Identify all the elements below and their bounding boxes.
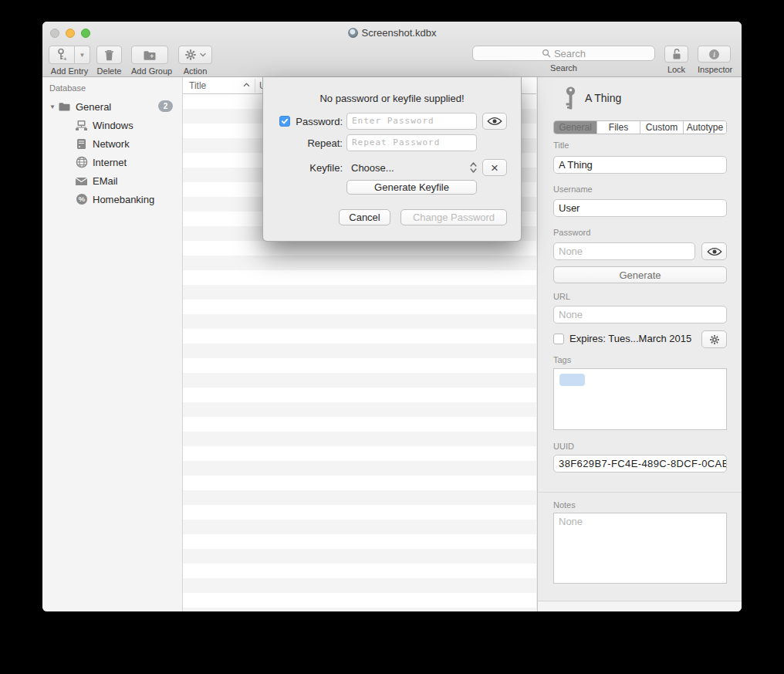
sheet-message: No password or keyfile supplied!: [263, 93, 521, 104]
notes-field[interactable]: None: [553, 513, 727, 584]
table-row[interactable]: [183, 608, 536, 611]
password-checkbox[interactable]: [279, 116, 290, 127]
title-field[interactable]: A Thing: [553, 156, 727, 174]
keyfile-value: Choose...: [351, 162, 394, 174]
search-input[interactable]: Search: [472, 46, 655, 61]
search-label: Search: [472, 63, 655, 73]
disclosure-triangle-icon[interactable]: ▼: [47, 103, 58, 110]
inspector-label: Inspector: [698, 65, 732, 74]
table-row[interactable]: [183, 549, 536, 564]
reveal-password-button[interactable]: [482, 113, 507, 130]
toolbar-item-search: Search Search: [472, 46, 655, 73]
tab-custom[interactable]: Custom: [640, 121, 684, 134]
sidebar-rows: ▼General2WindowsNetworkInternetEMail%Hom…: [42, 97, 182, 208]
table-row[interactable]: [183, 329, 536, 344]
url-field[interactable]: None: [553, 306, 727, 323]
table-row[interactable]: [183, 358, 536, 373]
title-field-label: Title: [553, 141, 569, 150]
internet-icon: [75, 156, 88, 169]
sidebar-item-internet[interactable]: Internet: [42, 153, 182, 171]
table-row[interactable]: [183, 256, 536, 270]
inspector-panel: A Thing GeneralFilesCustomAutotype Title…: [537, 77, 742, 611]
action-label: Action: [178, 66, 212, 76]
table-row[interactable]: [183, 388, 536, 402]
sidebar-item-network[interactable]: Network: [42, 134, 182, 153]
generate-keyfile-button[interactable]: Generate Keyfile: [346, 180, 477, 195]
svg-text:+: +: [63, 56, 66, 62]
sidebar-item-windows[interactable]: Windows: [42, 116, 182, 134]
table-row[interactable]: [183, 446, 536, 461]
svg-text:i: i: [713, 51, 715, 59]
table-row[interactable]: [183, 373, 536, 388]
reveal-password-button[interactable]: [701, 242, 727, 260]
table-row[interactable]: [183, 402, 536, 417]
column-divider[interactable]: [255, 79, 255, 93]
table-row[interactable]: [183, 417, 536, 432]
svg-text:+: +: [150, 52, 154, 59]
uuid-field[interactable]: 38F629B7-FC4E-489C-8DCF-0CAE: [553, 455, 727, 472]
change-password-button[interactable]: Change Password: [400, 209, 507, 225]
gear-icon: [709, 334, 720, 345]
table-row[interactable]: [183, 505, 536, 520]
table-row[interactable]: [183, 578, 536, 593]
table-row[interactable]: [183, 520, 536, 534]
cancel-button[interactable]: Cancel: [339, 209, 390, 225]
sidebar-item-general[interactable]: ▼General2: [42, 97, 182, 116]
add-entry-button[interactable]: +: [49, 46, 75, 64]
table-row[interactable]: [183, 564, 536, 578]
sidebar-item-homebanking[interactable]: %Homebanking: [42, 190, 182, 208]
window-title: Screenshot.kdbx: [42, 27, 742, 39]
action-button[interactable]: [178, 46, 212, 64]
notes-field-label: Notes: [553, 500, 576, 510]
add-entry-dropdown[interactable]: ▼: [75, 46, 90, 64]
table-row[interactable]: [183, 432, 536, 446]
table-row[interactable]: [183, 476, 536, 490]
tag-pill[interactable]: [559, 374, 585, 386]
table-row[interactable]: [183, 314, 536, 329]
column-header-title[interactable]: Title: [189, 80, 206, 91]
tab-general[interactable]: General: [554, 121, 597, 134]
url-field-label: URL: [553, 292, 570, 301]
inspector-toggle-button[interactable]: i: [698, 46, 731, 63]
clear-icon: ×: [491, 161, 498, 174]
inspector-footer: [538, 601, 742, 611]
table-row[interactable]: [183, 270, 536, 285]
sidebar-item-label: Internet: [93, 157, 127, 168]
windows-icon: [75, 119, 88, 132]
sidebar-item-label: Windows: [93, 120, 133, 131]
app-window: Screenshot.kdbx + ▼ Add Entry Delete: [42, 22, 742, 611]
tab-files[interactable]: Files: [597, 121, 640, 134]
table-row[interactable]: [183, 490, 536, 505]
table-row[interactable]: [183, 593, 536, 608]
keyfile-label: Keyfile:: [292, 162, 343, 174]
generate-password-button[interactable]: Generate: [553, 266, 727, 283]
table-row[interactable]: [183, 534, 536, 549]
toolbar-item-inspector: i Inspector: [698, 46, 732, 74]
clear-keyfile-button[interactable]: ×: [482, 159, 507, 176]
username-field[interactable]: User: [553, 199, 727, 217]
table-row[interactable]: [183, 241, 536, 256]
table-row[interactable]: [183, 285, 536, 300]
document-proxy-icon: [348, 28, 358, 38]
password-input[interactable]: Enter Password: [346, 113, 477, 130]
table-row[interactable]: [183, 344, 536, 358]
repeat-input[interactable]: Repeat Password: [346, 134, 477, 151]
lock-button[interactable]: [664, 46, 688, 63]
uuid-field-label: UUID: [553, 442, 574, 451]
add-group-button[interactable]: +: [131, 46, 168, 64]
toolbar-item-add-entry: + ▼ Add Entry: [49, 46, 90, 76]
delete-button[interactable]: [96, 46, 122, 64]
password-field[interactable]: None: [553, 242, 695, 260]
table-row[interactable]: [183, 300, 536, 314]
add-entry-label: Add Entry: [49, 66, 90, 76]
table-row[interactable]: [183, 461, 536, 476]
expires-checkbox[interactable]: [553, 334, 564, 344]
tags-box[interactable]: [553, 368, 727, 430]
network-icon: [75, 137, 88, 151]
tab-autotype[interactable]: Autotype: [684, 121, 726, 134]
inspector-tabs: GeneralFilesCustomAutotype: [553, 120, 727, 134]
sidebar-item-email[interactable]: EMail: [42, 171, 182, 190]
keyfile-popup[interactable]: Choose...: [351, 159, 477, 176]
expires-settings-button[interactable]: [701, 330, 727, 348]
toolbar-item-lock: Lock: [664, 46, 688, 74]
